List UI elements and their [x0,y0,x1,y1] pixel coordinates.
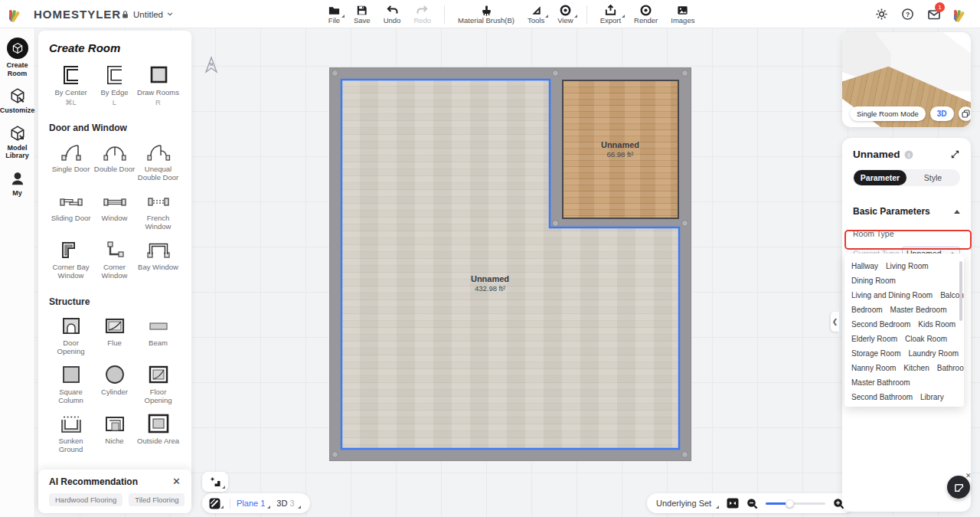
lock-icon [121,10,129,19]
room-type-option[interactable]: Master Bathroom [851,378,910,387]
tool-french-window[interactable]: French Window [136,189,180,231]
tool-corner-bay-window[interactable]: Corner Bay Window [49,238,93,280]
tool-cylinder[interactable]: Cylinder [93,363,136,405]
notifications-button[interactable]: 1 [927,8,941,21]
tool-sunken-ground[interactable]: Sunken Ground [49,412,93,454]
room-type-option[interactable]: Library [920,393,944,401]
tool-floor-opening[interactable]: Floor Opening [136,363,180,405]
zoom-out-button[interactable] [746,498,758,509]
floorplan[interactable] [329,67,691,461]
wall-node[interactable] [332,70,338,77]
wall-node[interactable] [332,451,338,458]
sidebar-item-my[interactable]: My [0,170,35,198]
account-avatar[interactable] [954,6,972,23]
sidebar-item-customize[interactable]: Customize [0,87,35,115]
view-3d-button[interactable]: 3D 3 [276,499,300,508]
texture-layer-button[interactable] [209,498,224,509]
tool-outside-area[interactable]: Outside Area [136,412,180,454]
room-type-option[interactable]: Elderly Room [851,335,897,343]
ai-recommendation-title: AI Recommendation [49,476,138,487]
plane-view-button[interactable]: Plane 1 [237,499,270,508]
tool-double-door[interactable]: Double Door [93,140,136,182]
tool-by-edge[interactable]: By Edge L [93,64,136,106]
tab-style[interactable]: Style [906,170,959,185]
preview-window-button[interactable] [959,106,971,121]
zoom-slider-knob[interactable] [786,499,794,508]
collapse-panel-tab[interactable]: ❮ [831,312,839,332]
settings-button[interactable] [875,8,888,21]
fit-view-button[interactable] [727,498,739,509]
brand[interactable]: HOMESTYLER [9,0,121,28]
save-button[interactable]: Save [354,4,371,25]
tools-button[interactable]: Tools [528,4,544,25]
redo-button[interactable]: Redo [413,4,431,25]
floor-manager-button[interactable] [202,472,228,492]
tool-door-opening[interactable]: Door Opening [49,314,93,356]
view-button[interactable]: View [557,4,573,25]
file-button[interactable]: File [328,4,341,25]
zoom-slider[interactable] [766,502,825,505]
wall-node[interactable] [681,70,688,77]
tool-single-door[interactable]: Single Door [49,140,93,182]
wall-node[interactable] [552,220,559,227]
room-type-option[interactable]: Second Bathroom [851,393,913,401]
tool-unequal-double-door[interactable]: Unequal Double Door [136,140,180,182]
toolbar-divider [444,5,445,24]
sidebar-item-model-library[interactable]: Model Library [0,125,35,160]
room-label-small[interactable]: Unnamed 66.98 ft² [601,140,639,159]
expand-icon[interactable] [950,149,960,159]
room-type-option[interactable]: Bedroom [851,306,883,314]
square-column-icon [58,363,84,385]
room-type-option[interactable]: Living and Dining Room [851,291,933,299]
tool-sliding-door[interactable]: Sliding Door [49,189,93,231]
collapse-section-icon[interactable] [954,210,960,214]
room-type-option[interactable]: Storage Room [851,349,900,358]
tool-by-center[interactable]: By Center ⌘L [49,64,93,106]
tool-niche[interactable]: Niche [93,412,136,454]
material-brush-button[interactable]: Material Brush(B) [458,4,514,25]
tool-corner-window[interactable]: Corner Window [93,238,136,280]
tool-flue[interactable]: Flue [93,314,136,356]
images-button[interactable]: Images [671,4,694,25]
close-icon[interactable]: ✕ [172,477,181,486]
room-type-option[interactable]: Kitchen [903,364,929,372]
undo-button[interactable]: Undo [384,4,401,25]
room-type-option[interactable]: Nanny Room [851,364,896,372]
render-button[interactable]: Render [634,4,658,25]
dismiss-feedback-icon[interactable]: ✕ [965,472,972,479]
wall-node[interactable] [681,451,688,458]
room-type-option[interactable]: Second Bedroom [851,320,910,329]
sidebar-item-create-room[interactable]: Create Room [0,38,35,77]
tool-square-column[interactable]: Square Column [49,363,93,405]
underlying-set-button[interactable]: Underlying Set [656,499,719,508]
tool-beam[interactable]: Beam [136,314,180,356]
room-type-option[interactable]: Hallway [851,262,878,270]
wall-node[interactable] [552,70,559,77]
chip-tiled-flooring[interactable]: Tiled Flooring [129,493,185,506]
room-type-option[interactable]: Kids Room [918,320,956,329]
room-type-option[interactable]: Dining Room [851,276,896,285]
tool-window[interactable]: Window [93,189,136,231]
tool-draw-rooms[interactable]: Draw Rooms R [136,64,180,106]
corner-window-icon [102,238,128,260]
wall-node[interactable] [681,220,688,227]
room-type-option[interactable]: Laundry Room [908,349,959,358]
single-room-mode-button[interactable]: Single Room Mode [850,106,926,121]
chip-hardwood-flooring[interactable]: Hardwood Flooring [49,493,122,506]
room-type-option[interactable]: Living Room [886,262,929,270]
room-3d-preview[interactable]: Single Room Mode 3D [842,32,971,127]
preview-3d-button[interactable]: 3D [930,106,954,121]
tab-parameter[interactable]: Parameter [854,170,906,185]
room-type-option[interactable]: Bathroom [937,364,964,372]
room-type-option[interactable]: Master Bedroom [890,306,947,314]
help-button[interactable]: ? [901,8,914,21]
top-bar: HOMESTYLER Untitled File Save [0,0,980,28]
dropdown-scrollbar[interactable] [959,261,962,321]
document-title-menu[interactable]: Untitled [121,0,173,28]
section-structure: Structure [49,296,181,307]
room-label-large[interactable]: Unnamed 432.98 ft² [471,274,509,293]
room-type-option[interactable]: Cloak Room [905,335,947,343]
export-button[interactable]: Export [600,4,621,25]
tool-bay-window[interactable]: Bay Window [136,238,180,280]
info-icon[interactable]: i [904,150,913,159]
